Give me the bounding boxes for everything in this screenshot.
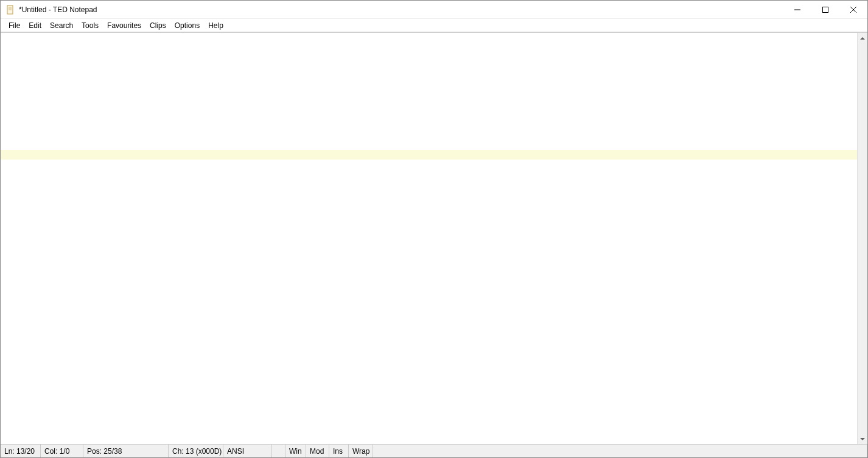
editor-container bbox=[1, 32, 867, 444]
menubar: File Edit Search Tools Favourites Clips … bbox=[1, 19, 867, 32]
current-line-highlight bbox=[1, 150, 857, 160]
status-spacer bbox=[272, 445, 285, 457]
titlebar: *Untitled - TED Notepad bbox=[1, 1, 867, 19]
app-icon bbox=[5, 5, 15, 15]
menu-clips[interactable]: Clips bbox=[145, 20, 170, 31]
status-fill bbox=[373, 445, 867, 457]
menu-search[interactable]: Search bbox=[46, 20, 77, 31]
text-editor[interactable] bbox=[1, 33, 857, 444]
status-column: Col: 1/0 bbox=[41, 445, 83, 457]
window-controls bbox=[783, 1, 867, 18]
menu-favourites[interactable]: Favourites bbox=[103, 20, 145, 31]
status-insert: Ins bbox=[329, 445, 349, 457]
menu-options[interactable]: Options bbox=[170, 20, 204, 31]
status-line: Ln: 13/20 bbox=[1, 445, 41, 457]
menu-edit[interactable]: Edit bbox=[24, 20, 46, 31]
vertical-scrollbar[interactable] bbox=[857, 33, 867, 444]
scroll-down-arrow-icon[interactable] bbox=[858, 434, 867, 444]
status-char: Ch: 13 (x000D) bbox=[169, 445, 223, 457]
menu-help[interactable]: Help bbox=[204, 20, 228, 31]
menu-file[interactable]: File bbox=[4, 20, 24, 31]
minimize-button[interactable] bbox=[783, 1, 811, 18]
svg-rect-5 bbox=[823, 7, 828, 12]
close-button[interactable] bbox=[839, 1, 867, 18]
status-modified: Mod bbox=[306, 445, 329, 457]
status-position: Pos: 25/38 bbox=[83, 445, 169, 457]
menu-tools[interactable]: Tools bbox=[77, 20, 103, 31]
statusbar: Ln: 13/20 Col: 1/0 Pos: 25/38 Ch: 13 (x0… bbox=[1, 444, 867, 457]
status-eol: Win bbox=[285, 445, 306, 457]
window-title: *Untitled - TED Notepad bbox=[19, 5, 97, 14]
maximize-button[interactable] bbox=[811, 1, 839, 18]
status-wrap: Wrap bbox=[349, 445, 373, 457]
status-encoding: ANSI bbox=[223, 445, 272, 457]
scroll-up-arrow-icon[interactable] bbox=[858, 33, 867, 43]
